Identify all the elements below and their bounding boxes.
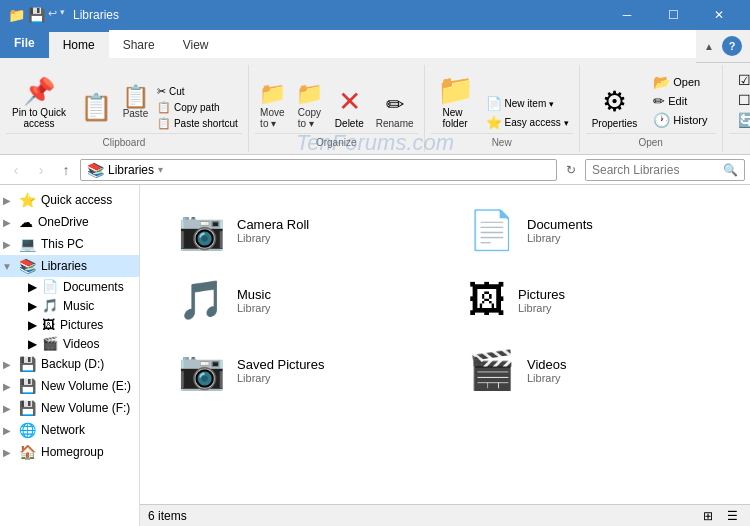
up-button[interactable]: ↑ bbox=[55, 159, 77, 181]
tab-home[interactable]: Home bbox=[49, 30, 109, 59]
help-button[interactable]: ? bbox=[722, 36, 742, 56]
easy-access-button[interactable]: ⭐ Easy access ▾ bbox=[482, 114, 573, 131]
open-group: ⚙ Properties 📂 Open ✏ Edit 🕐 History bbox=[580, 65, 723, 152]
sidebar-item-onedrive[interactable]: ▶ ☁ OneDrive bbox=[0, 211, 139, 233]
new-buttons: 📁 Newfolder 📄 New item ▾ ⭐ Easy access ▾ bbox=[431, 69, 573, 131]
rename-button[interactable]: ✏ Rename bbox=[372, 90, 418, 131]
sidebar-subitem-music[interactable]: ▶ 🎵 Music bbox=[0, 296, 139, 315]
library-item-music[interactable]: 🎵 Music Library bbox=[170, 275, 420, 325]
library-item-saved-pictures[interactable]: 📷 Saved Pictures Library bbox=[170, 345, 420, 395]
details-view-button[interactable]: ☰ bbox=[722, 506, 742, 526]
open-button[interactable]: 📂 Open bbox=[649, 73, 711, 91]
delete-label: Delete bbox=[335, 118, 364, 129]
new-item-button[interactable]: 📄 New item ▾ bbox=[482, 95, 573, 112]
new-volume-f-icon: 💾 bbox=[19, 400, 36, 416]
videos-info: Videos Library bbox=[527, 357, 567, 384]
music-name: Music bbox=[237, 287, 271, 302]
tab-view[interactable]: View bbox=[169, 30, 223, 58]
window-controls: ─ ☐ ✕ bbox=[604, 0, 742, 30]
select-none-button[interactable]: ☐ Select none bbox=[735, 91, 750, 109]
camera-roll-type: Library bbox=[237, 232, 309, 244]
maximize-button[interactable]: ☐ bbox=[650, 0, 696, 30]
select-all-button[interactable]: ☑ Select all bbox=[735, 71, 750, 89]
organize-buttons: 📁 Moveto ▾ 📁 Copyto ▾ ✕ Delete ✏ Rename bbox=[255, 69, 418, 131]
select-all-icon: ☑ bbox=[738, 72, 750, 88]
clipboard-group: 📌 Pin to Quickaccess 📋 📋 Paste bbox=[0, 65, 249, 152]
sidebar-subitem-pictures[interactable]: ▶ 🖼 Pictures bbox=[0, 315, 139, 334]
expander-pictures: ▶ bbox=[28, 318, 37, 332]
sidebar-item-backup[interactable]: ▶ 💾 Backup (D:) bbox=[0, 353, 139, 375]
clipboard-right-col: ✂ Cut 📋 Copy path 📋 Paste shortcut bbox=[153, 84, 242, 131]
quick-access-icon: 📁 bbox=[8, 7, 25, 23]
copy-path-icon: 📋 bbox=[157, 101, 171, 114]
undo-icon: ↩ bbox=[48, 7, 57, 23]
copy-button[interactable]: 📋 bbox=[74, 82, 118, 131]
organize-label: Organize bbox=[255, 133, 418, 148]
library-item-videos[interactable]: 🎬 Videos Library bbox=[460, 345, 710, 395]
edit-button[interactable]: ✏ Edit bbox=[649, 92, 711, 110]
ribbon-content: 📌 Pin to Quickaccess 📋 📋 Paste bbox=[0, 63, 750, 154]
address-box[interactable]: 📚 Libraries ▾ bbox=[80, 159, 557, 181]
properties-button[interactable]: ⚙ Properties bbox=[586, 83, 644, 131]
camera-roll-icon: 📷 bbox=[178, 211, 225, 249]
address-bar: ‹ › ↑ 📚 Libraries ▾ ↻ 🔍 bbox=[0, 155, 750, 185]
videos-icon: 🎬 bbox=[42, 336, 58, 351]
sidebar-item-libraries[interactable]: ▼ 📚 Libraries bbox=[0, 255, 139, 277]
rename-label: Rename bbox=[376, 118, 414, 129]
paste-icon: 📋 bbox=[122, 86, 149, 108]
large-icons-view-button[interactable]: ⊞ bbox=[698, 506, 718, 526]
search-input[interactable] bbox=[592, 163, 723, 177]
copy-path-button[interactable]: 📋 Copy path bbox=[153, 100, 242, 115]
backup-icon: 💾 bbox=[19, 356, 36, 372]
expander-documents: ▶ bbox=[28, 280, 37, 294]
expander-backup: ▶ bbox=[0, 359, 14, 370]
library-item-pictures[interactable]: 🖼 Pictures Library bbox=[460, 275, 710, 325]
sidebar-item-this-pc[interactable]: ▶ 💻 This PC bbox=[0, 233, 139, 255]
music-icon: 🎵 bbox=[42, 298, 58, 313]
open-icon: 📂 bbox=[653, 74, 670, 90]
library-item-documents[interactable]: 📄 Documents Library bbox=[460, 205, 710, 255]
copy-to-button[interactable]: 📁 Copyto ▾ bbox=[292, 79, 327, 131]
back-button[interactable]: ‹ bbox=[5, 159, 27, 181]
tab-file[interactable]: File bbox=[0, 30, 49, 58]
onedrive-icon: ☁ bbox=[19, 214, 33, 230]
delete-button[interactable]: ✕ Delete bbox=[329, 83, 370, 131]
cut-icon: ✂ bbox=[157, 85, 166, 98]
close-button[interactable]: ✕ bbox=[696, 0, 742, 30]
sidebar-item-homegroup[interactable]: ▶ 🏠 Homegroup bbox=[0, 441, 139, 463]
new-group: 📁 Newfolder 📄 New item ▾ ⭐ Easy access ▾ bbox=[425, 65, 580, 152]
pin-to-quick-access-button[interactable]: 📌 Pin to Quickaccess bbox=[6, 74, 72, 131]
minimize-button[interactable]: ─ bbox=[604, 0, 650, 30]
history-button[interactable]: 🕐 History bbox=[649, 111, 711, 129]
clipboard-col: 📋 📋 Paste ✂ Cut bbox=[74, 82, 242, 131]
refresh-button[interactable]: ↻ bbox=[560, 159, 582, 181]
sidebar-item-quick-access[interactable]: ▶ ⭐ Quick access bbox=[0, 189, 139, 211]
sidebar-subitem-documents[interactable]: ▶ 📄 Documents bbox=[0, 277, 139, 296]
address-path: Libraries bbox=[108, 163, 154, 177]
documents-type: Library bbox=[527, 232, 593, 244]
sidebar: ▶ ⭐ Quick access ▶ ☁ OneDrive ▶ 💻 This P… bbox=[0, 185, 140, 526]
ribbon-collapse-button[interactable]: ▲ bbox=[700, 40, 718, 53]
search-box[interactable]: 🔍 bbox=[585, 159, 745, 181]
camera-roll-name: Camera Roll bbox=[237, 217, 309, 232]
sidebar-item-new-volume-e[interactable]: ▶ 💾 New Volume (E:) bbox=[0, 375, 139, 397]
sidebar-subitem-videos[interactable]: ▶ 🎬 Videos bbox=[0, 334, 139, 353]
tab-share[interactable]: Share bbox=[109, 30, 169, 58]
saved-pictures-lib-icon: 📷 bbox=[178, 351, 225, 389]
title-bar: 📁 💾 ↩ ▾ Libraries ─ ☐ ✕ bbox=[0, 0, 750, 30]
sidebar-item-network[interactable]: ▶ 🌐 Network bbox=[0, 419, 139, 441]
library-item-camera-roll[interactable]: 📷 Camera Roll Library bbox=[170, 205, 420, 255]
cut-button[interactable]: ✂ Cut bbox=[153, 84, 242, 99]
paste-shortcut-button[interactable]: 📋 Paste shortcut bbox=[153, 116, 242, 131]
forward-button[interactable]: › bbox=[30, 159, 52, 181]
sidebar-item-new-volume-f[interactable]: ▶ 💾 New Volume (F:) bbox=[0, 397, 139, 419]
view-controls: ⊞ ☰ bbox=[698, 506, 742, 526]
new-folder-button[interactable]: 📁 Newfolder bbox=[431, 70, 480, 131]
invert-selection-button[interactable]: 🔄 Invert selection bbox=[735, 111, 750, 129]
dropdown-arrow[interactable]: ▾ bbox=[60, 7, 65, 23]
videos-lib-icon: 🎬 bbox=[468, 351, 515, 389]
expander-new-volume-e: ▶ bbox=[0, 381, 14, 392]
cut-label: Cut bbox=[169, 86, 185, 97]
move-to-button[interactable]: 📁 Moveto ▾ bbox=[255, 79, 290, 131]
paste-button[interactable]: 📋 Paste bbox=[118, 84, 153, 131]
